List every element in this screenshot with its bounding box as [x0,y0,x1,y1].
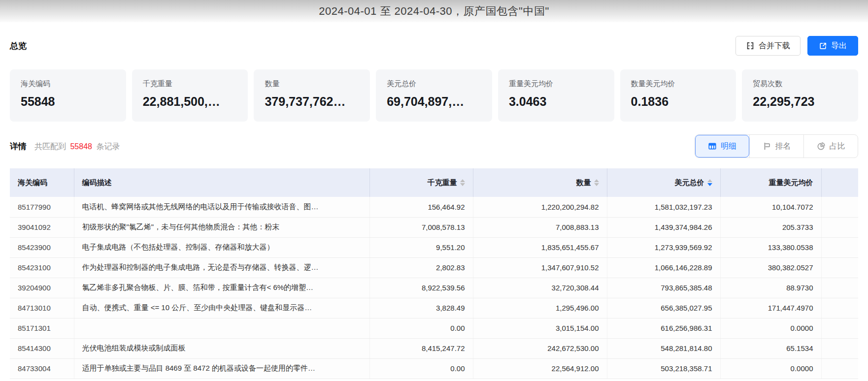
column-header-quantity[interactable]: 数量 [473,168,607,197]
stat-card-hs-code: 海关编码 55848 [10,69,126,122]
table-row: 84733004适用于单独或主要与品目 8469 至 8472 的机器或设备一起… [10,358,858,379]
cell-quantity: 3,015,154.00 [473,318,607,338]
cell-hs-code: 85171301 [10,318,74,338]
cell-usd-total: 1,581,032,197.23 [607,197,720,217]
cell-hs-code: 85423900 [10,237,74,257]
cell-weight-avg-price: 133,380.0538 [720,237,821,257]
filler-cell [821,217,858,237]
tab-label: 排名 [775,141,791,152]
column-label: 千克重量 [428,178,457,188]
cell-description: 光伏电池组装成模块或制成面板 [74,338,369,358]
cell-kg-weight: 8,922,539.56 [369,278,473,298]
cell-usd-total: 616,256,986.31 [607,318,720,338]
cell-weight-avg-price: 65.1534 [720,338,821,358]
cell-hs-code: 85177990 [10,197,74,217]
cell-quantity: 22,564,912.00 [473,358,607,379]
cell-hs-code: 85414300 [10,338,74,358]
filler-cell [821,318,858,338]
cell-description: 自动、便携式、重量 <= 10 公斤、至少由中央处理器、键盘和显示器… [74,298,369,318]
cell-usd-total: 548,281,814.80 [607,338,720,358]
table-header-row: 海关编码编码描述千克重量数量美元总价重量美元均价 [10,168,858,197]
merge-cells-icon [746,41,755,50]
sort-carets-icon[interactable] [460,179,465,186]
cell-usd-total: 793,865,385.48 [607,278,720,298]
detail-table: 海关编码编码描述千克重量数量美元总价重量美元均价 85177990电话机、蜂窝网… [10,168,858,379]
detail-heading: 详情 [10,141,27,152]
filler-cell [821,257,858,278]
stat-card-qty-avg-price: 数量美元均价 0.1836 [620,69,736,122]
table-row: 39041092初级形状的聚"氯乙烯"，未与任何其他物质混合：其他：粉末7,00… [10,217,858,237]
cell-quantity: 1,835,651,455.67 [473,237,607,257]
tab-proportion[interactable]: 占比 [803,135,858,158]
cell-weight-avg-price: 205.3733 [720,217,821,237]
stat-label: 美元总价 [387,79,481,89]
cell-description: 电子集成电路（不包括处理器、控制器、存储器和放大器） [74,237,369,257]
stat-label: 海关编码 [21,79,115,89]
cell-hs-code: 39204900 [10,278,74,298]
cell-hs-code: 39041092 [10,217,74,237]
cell-usd-total: 1,273,939,569.92 [607,237,720,257]
stat-value: 22,295,723 [753,95,847,109]
filler-cell [821,278,858,298]
cell-kg-weight: 8,415,247.72 [369,338,473,358]
tab-label: 占比 [830,141,845,152]
stat-label: 千克重量 [143,79,237,89]
export-label: 导出 [831,41,847,51]
cell-quantity: 242,672,530.00 [473,338,607,358]
match-count: 55848 [68,142,94,151]
column-header-usd-total[interactable]: 美元总价 [607,168,720,197]
cell-kg-weight: 2,802.83 [369,257,473,278]
match-record-text: 共匹配到 55848 条记录 [34,142,120,152]
export-icon [819,42,827,50]
stat-value: 22,881,500,… [143,95,237,109]
filler-cell [821,358,858,379]
sort-carets-icon[interactable] [707,179,712,186]
cell-usd-total: 1,439,374,984.26 [607,217,720,237]
stat-value: 379,737,762… [265,95,359,109]
view-tab-group: 明细 排名 占比 [695,134,858,158]
cell-kg-weight: 7,008,578.13 [369,217,473,237]
ranking-icon [763,142,771,151]
cell-hs-code: 84733004 [10,358,74,379]
cell-hs-code: 84713010 [10,298,74,318]
stat-label: 数量 [265,79,359,89]
cell-quantity: 1,347,607,910.52 [473,257,607,278]
cell-kg-weight: 156,464.92 [369,197,473,217]
stat-label: 贸易次数 [753,79,847,89]
filler-column-header [821,168,858,197]
merge-download-label: 合并下载 [759,41,790,51]
stat-card-weight-avg-price: 重量美元均价 3.0463 [498,69,614,122]
cell-weight-avg-price: 88.9730 [720,278,821,298]
sort-carets-icon[interactable] [594,179,599,186]
column-label: 美元总价 [675,178,704,188]
stat-label: 数量美元均价 [631,79,726,89]
cell-quantity: 7,008,883.13 [473,217,607,237]
merge-download-button[interactable]: 合并下载 [735,36,801,56]
table-icon [708,142,717,151]
cell-kg-weight: 0.00 [369,318,473,338]
stat-card-kg-weight: 千克重量 22,881,500,… [132,69,248,122]
column-header-description: 编码描述 [74,168,369,197]
filler-cell [821,338,858,358]
export-button[interactable]: 导出 [807,36,858,56]
tab-detail[interactable]: 明细 [695,135,749,158]
pie-chart-icon [817,142,826,151]
cell-description: 初级形状的聚"氯乙烯"，未与任何其他物质混合：其他：粉末 [74,217,369,237]
filler-cell [821,298,858,318]
table-row: 84713010自动、便携式、重量 <= 10 公斤、至少由中央处理器、键盘和显… [10,298,858,318]
column-label: 数量 [576,178,591,188]
cell-hs-code: 85423100 [10,257,74,278]
column-label: 海关编码 [18,178,47,188]
cell-weight-avg-price: 171,447.4970 [720,298,821,318]
cell-description: 氯乙烯非多孔聚合物板、片、膜、箔和带，按重量计含有< 6%的增塑… [74,278,369,298]
page-title: 2024-04-01 至 2024-04-30，原产国包含"中国" [319,4,549,19]
tab-ranking[interactable]: 排名 [749,135,803,158]
cell-description [74,318,369,338]
table-row: 85423100作为处理器和控制器的电子集成电路，无论是否与存储器、转换器、逻…… [10,257,858,278]
column-header-kg-weight[interactable]: 千克重量 [369,168,473,197]
cell-quantity: 32,720,308.44 [473,278,607,298]
cell-weight-avg-price: 0.0000 [720,318,821,338]
column-header-hs-code: 海关编码 [10,168,74,197]
cell-quantity: 1,295,496.00 [473,298,607,318]
cell-kg-weight: 3,828.49 [369,298,473,318]
